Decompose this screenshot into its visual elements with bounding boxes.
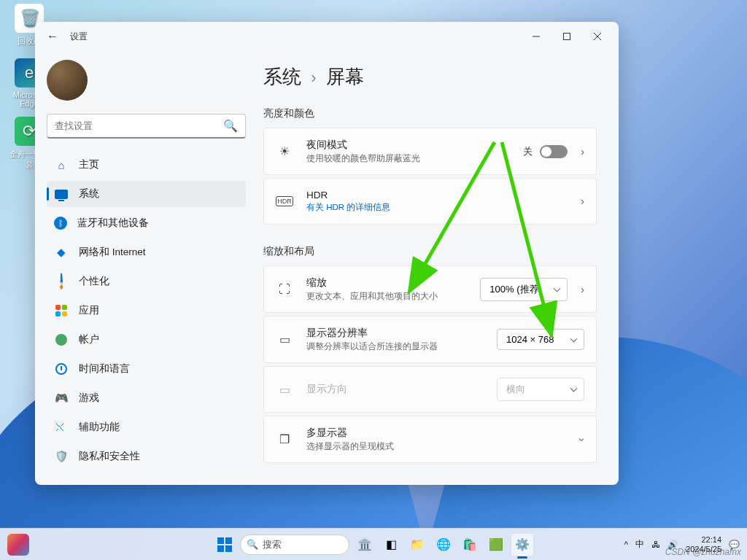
section-brightness-color: 亮度和颜色 xyxy=(263,107,597,120)
breadcrumb-current: 屏幕 xyxy=(326,66,364,88)
hdr-icon: HDR xyxy=(276,196,293,206)
ime-indicator[interactable]: 中 xyxy=(635,538,644,551)
card-title: 夜间模式 xyxy=(306,139,523,152)
avatar xyxy=(47,60,88,101)
nav-accounts[interactable]: 帐户 xyxy=(47,327,246,353)
search-icon: 🔍 xyxy=(247,539,258,550)
card-multi-display[interactable]: ❐ 多显示器 选择显示器的呈现模式 › xyxy=(263,416,597,463)
card-resolution[interactable]: ▭ 显示器分辨率 调整分辨率以适合所连接的显示器 747 × 560 xyxy=(263,316,597,363)
sun-icon: ☀ xyxy=(276,144,293,158)
toggle-state-label: 关 xyxy=(523,145,533,158)
nav-label: 帐户 xyxy=(79,333,99,346)
chevron-right-icon: › xyxy=(581,284,584,295)
section-scale-layout: 缩放和布局 xyxy=(263,245,597,258)
search-label: 搜索 xyxy=(263,538,282,551)
taskbar-store[interactable]: 🛍️ xyxy=(459,534,481,556)
nav-personalization[interactable]: 🖌️个性化 xyxy=(47,268,246,295)
window-title: 设置 xyxy=(70,31,88,43)
nav-label: 游戏 xyxy=(79,392,99,405)
svg-rect-1 xyxy=(564,34,570,40)
clock-icon xyxy=(54,362,69,376)
chevron-right-icon: › xyxy=(311,69,316,87)
nav-bluetooth[interactable]: ᛒ蓝牙和其他设备 xyxy=(47,210,246,236)
night-light-toggle[interactable] xyxy=(540,145,568,158)
minimize-button[interactable] xyxy=(521,26,551,47)
nav-label: 蓝牙和其他设备 xyxy=(77,217,149,230)
resolution-dropdown[interactable]: 747 × 560 xyxy=(497,329,584,350)
back-button[interactable]: ← xyxy=(41,25,64,48)
nav-label: 隐私和安全性 xyxy=(79,450,140,463)
nav-label: 个性化 xyxy=(79,275,109,288)
breadcrumb-parent[interactable]: 系统 xyxy=(263,66,301,88)
nav-gaming[interactable]: 🎮游戏 xyxy=(47,385,246,411)
scale-dropdown[interactable]: 100% (推荐) xyxy=(480,278,568,301)
taskbar[interactable]: 🔍搜索 🏛️ ◧ 📁 🌐 🛍️ 🟩 ⚙️ ^ 中 🖧 🔊 22:14 2024/… xyxy=(0,528,747,560)
nav-apps[interactable]: 应用 xyxy=(47,298,246,324)
nav-label: 网络和 Internet xyxy=(79,246,146,259)
network-icon[interactable]: 🖧 xyxy=(651,540,660,550)
taskbar-app[interactable]: 🟩 xyxy=(485,534,507,556)
svg-rect-9 xyxy=(225,545,232,552)
task-view-button[interactable]: ◧ xyxy=(380,534,402,556)
orientation-icon: ▭ xyxy=(276,383,293,397)
card-orientation: ▭ 显示方向 横向 xyxy=(263,366,597,413)
card-hdr[interactable]: HDR HDR 有关 HDR 的详细信息 › xyxy=(263,178,597,225)
nav-accessibility[interactable]: ⛌辅助功能 xyxy=(47,414,246,440)
sidebar: 🔍 ⌂主页 系统 ᛒ蓝牙和其他设备 ◆网络和 Internet 🖌️个性化 应用… xyxy=(35,51,250,485)
watermark: CSDN @zhuzhamx xyxy=(665,547,741,557)
nav-time[interactable]: 时间和语言 xyxy=(47,356,246,382)
card-subtitle: 调整分辨率以适合所连接的显示器 xyxy=(306,341,497,352)
multi-display-icon: ❐ xyxy=(276,432,293,446)
nav-label: 应用 xyxy=(79,304,99,317)
breadcrumb: 系统 › 屏幕 xyxy=(263,64,597,90)
card-scale[interactable]: ⛶ 缩放 更改文本、应用和其他项目的大小 100% (推荐) › xyxy=(263,265,597,313)
accessibility-icon: ⛌ xyxy=(54,420,69,435)
card-title: 多显示器 xyxy=(306,427,575,440)
card-subtitle: 更改文本、应用和其他项目的大小 xyxy=(306,291,480,302)
nav-label: 主页 xyxy=(79,158,99,171)
card-night-light[interactable]: ☀ 夜间模式 使用较暖的颜色帮助屏蔽蓝光 关 › xyxy=(263,128,597,175)
maximize-button[interactable] xyxy=(551,26,582,47)
widgets-button[interactable] xyxy=(7,534,29,556)
chevron-right-icon: › xyxy=(581,195,584,207)
shield-icon: 🛡️ xyxy=(54,449,69,464)
nav-label: 辅助功能 xyxy=(79,421,120,434)
gamepad-icon: 🎮 xyxy=(54,391,69,405)
card-title: 显示器分辨率 xyxy=(306,327,497,340)
card-title: 缩放 xyxy=(306,276,480,289)
hdr-info-link[interactable]: 有关 HDR 的详细信息 xyxy=(306,202,575,213)
nav-system[interactable]: 系统 xyxy=(47,181,246,207)
start-button[interactable] xyxy=(214,534,236,556)
wifi-icon: ◆ xyxy=(54,245,69,260)
orientation-dropdown: 横向 xyxy=(497,378,584,401)
nav-label: 系统 xyxy=(79,187,99,201)
search-input[interactable] xyxy=(55,120,223,131)
tray-chevron-icon[interactable]: ^ xyxy=(624,540,628,550)
search-icon: 🔍 xyxy=(223,119,238,133)
search-settings[interactable]: 🔍 xyxy=(47,114,246,139)
settings-window: ← 设置 🔍 ⌂主页 系统 ᛒ蓝牙和其他设备 ◆网络和 Internet 🖌️个… xyxy=(35,22,619,485)
apps-icon xyxy=(54,303,69,318)
profile[interactable] xyxy=(47,60,246,101)
system-icon xyxy=(54,187,69,201)
card-subtitle: 选择显示器的呈现模式 xyxy=(306,441,575,452)
taskbar-edge[interactable]: 🌐 xyxy=(433,534,454,556)
titlebar: ← 设置 xyxy=(35,22,619,51)
svg-rect-7 xyxy=(225,537,232,544)
clock-time: 22:14 xyxy=(686,535,721,545)
taskbar-settings[interactable]: ⚙️ xyxy=(511,534,533,556)
card-title: HDR xyxy=(306,190,575,201)
close-button[interactable] xyxy=(582,26,613,47)
nav-network[interactable]: ◆网络和 Internet xyxy=(47,239,246,265)
card-title: 显示方向 xyxy=(306,383,497,396)
nav-privacy[interactable]: 🛡️隐私和安全性 xyxy=(47,443,246,470)
taskbar-explorer[interactable]: 📁 xyxy=(406,534,428,556)
resolution-icon: ▭ xyxy=(276,332,293,346)
user-icon xyxy=(54,332,69,347)
nav-home[interactable]: ⌂主页 xyxy=(47,152,246,178)
card-subtitle: 使用较暖的颜色帮助屏蔽蓝光 xyxy=(306,153,523,164)
chevron-down-icon: › xyxy=(577,438,589,441)
taskbar-pinned-app[interactable]: 🏛️ xyxy=(354,534,376,556)
taskbar-search[interactable]: 🔍搜索 xyxy=(240,534,349,555)
content-area: 系统 › 屏幕 亮度和颜色 ☀ 夜间模式 使用较暖的颜色帮助屏蔽蓝光 关 › xyxy=(250,51,619,485)
